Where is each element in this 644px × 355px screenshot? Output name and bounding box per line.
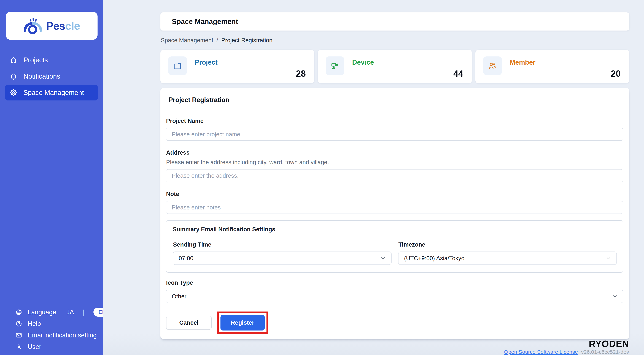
- email-notification-label: Email notification setting: [28, 332, 97, 339]
- sidebar-footer: Language JA | EN Help Email notification: [0, 306, 103, 353]
- language-row: Language JA | EN: [0, 306, 103, 318]
- stat-iconbox: [168, 56, 187, 75]
- footer: RYODEN Open Source Software License v26.…: [504, 339, 629, 355]
- icon-type-label: Icon Type: [166, 279, 624, 286]
- language-ja-toggle[interactable]: JA: [66, 309, 74, 316]
- stat-card-member: Member 20: [476, 50, 629, 83]
- address-group: Address Please enter the address includi…: [166, 149, 624, 182]
- chevron-down-icon: [606, 255, 612, 261]
- summary-email-settings: Summary Email Notification Settings Send…: [166, 220, 624, 273]
- project-name-input[interactable]: [166, 128, 624, 141]
- stat-card-device: Device 44: [318, 50, 472, 83]
- timezone-select[interactable]: (UTC+9:00) Asia/Tokyo: [398, 252, 617, 265]
- timezone-value: (UTC+9:00) Asia/Tokyo: [404, 255, 464, 262]
- sidebar-item-projects[interactable]: Projects: [5, 52, 98, 68]
- pescle-logo-icon: [24, 17, 43, 34]
- note-label: Note: [166, 191, 624, 197]
- gear-icon: [10, 89, 18, 97]
- page-title: Space Management: [172, 17, 238, 25]
- note-group: Note: [166, 191, 624, 214]
- chevron-down-icon: [612, 293, 618, 300]
- device-camera-icon: [330, 61, 340, 71]
- version-text: v26.01-c6cc521-dev: [581, 349, 629, 355]
- user-label: User: [28, 343, 41, 351]
- sidebar-item-label: Projects: [24, 56, 48, 64]
- breadcrumb-separator: /: [216, 37, 218, 44]
- register-highlight-annotation: Register: [217, 312, 268, 334]
- page-header: Space Management: [160, 12, 629, 30]
- globe-icon: [15, 309, 22, 316]
- project-name-label: Project Name: [166, 117, 624, 124]
- chevron-down-icon: [380, 255, 386, 261]
- sidebar-item-space-management[interactable]: Space Management: [5, 85, 98, 100]
- members-icon: [488, 61, 497, 71]
- home-icon: [10, 56, 18, 64]
- bell-icon: [10, 72, 18, 80]
- user-link[interactable]: User: [0, 341, 103, 353]
- brand-wordmark: Pescle: [46, 19, 80, 32]
- summary-title: Summary Email Notification Settings: [173, 226, 617, 233]
- stat-iconbox: [483, 56, 502, 75]
- help-link[interactable]: Help: [0, 318, 103, 330]
- main-area: Space Management Space Management / Proj…: [103, 0, 644, 355]
- stat-label: Member: [510, 58, 536, 66]
- form-title: Project Registration: [166, 96, 624, 104]
- cancel-button[interactable]: Cancel: [166, 316, 212, 330]
- register-button[interactable]: Register: [220, 315, 265, 331]
- icon-type-value: Other: [172, 293, 186, 300]
- stat-value: 28: [296, 68, 306, 79]
- open-source-license-link[interactable]: Open Source Software License: [504, 349, 578, 355]
- sending-time-value: 07:00: [179, 255, 194, 262]
- breadcrumb: Space Management / Project Registration: [161, 37, 629, 44]
- stat-label: Device: [352, 58, 374, 66]
- icon-type-group: Icon Type Other: [166, 279, 624, 303]
- folder-icon: [173, 61, 182, 71]
- breadcrumb-parent[interactable]: Space Management: [161, 37, 213, 44]
- address-helper-text: Please enter the address including city,…: [166, 159, 624, 166]
- icon-type-select[interactable]: Other: [166, 290, 624, 303]
- help-label: Help: [28, 320, 41, 328]
- address-label: Address: [166, 149, 624, 156]
- stat-card-project: Project 28: [160, 50, 314, 83]
- timezone-group: Timezone (UTC+9:00) Asia/Tokyo: [398, 241, 617, 265]
- sidebar-item-label: Space Management: [24, 89, 84, 97]
- note-input[interactable]: [166, 201, 624, 214]
- sending-time-select[interactable]: 07:00: [173, 252, 392, 265]
- email-notification-link[interactable]: Email notification setting: [0, 330, 103, 341]
- help-icon: [15, 320, 22, 327]
- sidebar-menu: Projects Notifications Space Management: [0, 52, 103, 100]
- sidebar: Pescle Projects Notifications: [0, 0, 103, 355]
- stat-label: Project: [195, 58, 218, 66]
- language-divider: |: [83, 309, 84, 316]
- timezone-label: Timezone: [398, 241, 617, 248]
- project-name-group: Project Name: [166, 117, 624, 141]
- sidebar-item-label: Notifications: [24, 73, 60, 80]
- stat-value: 20: [611, 68, 621, 79]
- mail-icon: [15, 332, 22, 339]
- sidebar-item-notifications[interactable]: Notifications: [5, 68, 98, 84]
- stats-row: Project 28 Device: [160, 50, 629, 83]
- breadcrumb-current: Project Registration: [221, 37, 272, 44]
- ryoden-logo: RYODEN: [504, 339, 629, 349]
- stat-value: 44: [454, 68, 463, 79]
- logo: Pescle: [6, 12, 98, 40]
- address-input[interactable]: [166, 169, 624, 182]
- language-label: Language: [28, 309, 56, 316]
- project-registration-form: Project Registration Project Name Addres…: [160, 88, 629, 339]
- sending-time-label: Sending Time: [173, 241, 392, 248]
- stat-iconbox: [326, 56, 344, 75]
- app-root: Pescle Projects Notifications: [0, 0, 644, 355]
- form-actions: Cancel Register: [166, 312, 624, 335]
- user-icon: [15, 343, 22, 351]
- sending-time-group: Sending Time 07:00: [173, 241, 392, 265]
